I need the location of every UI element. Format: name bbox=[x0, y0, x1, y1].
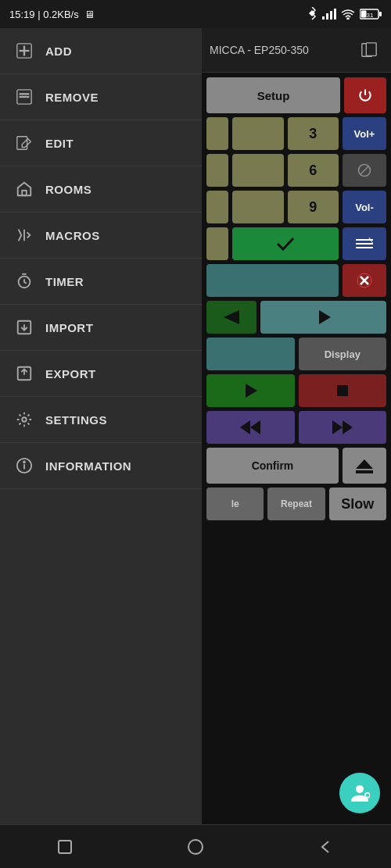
list-icon bbox=[356, 238, 373, 250]
status-bar: 15:19 | 0.2KB/s 🖥 31 bbox=[0, 0, 391, 28]
status-data: 0.2KB/s bbox=[43, 9, 79, 20]
stop-button[interactable] bbox=[299, 374, 387, 407]
circle-icon bbox=[186, 838, 205, 856]
svg-marker-45 bbox=[356, 459, 373, 469]
remote-buttons-container: Setup 3 Vol+ 6 bbox=[202, 73, 391, 525]
disable-button[interactable] bbox=[343, 154, 386, 187]
sidebar-item-settings[interactable]: SETTINGS bbox=[0, 397, 202, 443]
num3-button[interactable]: 3 bbox=[288, 117, 339, 150]
sidebar-item-remove[interactable]: REMOVE bbox=[0, 74, 202, 120]
svg-marker-42 bbox=[250, 420, 260, 434]
num9-button[interactable]: 9 bbox=[288, 191, 339, 223]
ok-button[interactable] bbox=[232, 227, 339, 260]
num2-button[interactable] bbox=[232, 117, 284, 150]
edit-icon bbox=[16, 134, 33, 152]
eject-button[interactable] bbox=[343, 448, 386, 484]
vol-plus-button[interactable]: Vol+ bbox=[343, 117, 386, 150]
import-icon bbox=[16, 319, 33, 336]
back-button[interactable] bbox=[206, 301, 256, 334]
back-nav-icon bbox=[317, 838, 335, 855]
play-green-button[interactable] bbox=[206, 374, 295, 407]
play-teal-button[interactable] bbox=[260, 301, 386, 334]
svg-rect-51 bbox=[59, 841, 71, 853]
num1-button[interactable] bbox=[206, 117, 228, 150]
fast-forward-icon bbox=[332, 420, 353, 434]
sidebar-item-edit[interactable]: EDIT bbox=[0, 120, 202, 166]
status-icons: 31 bbox=[307, 7, 382, 21]
plus-icon bbox=[16, 42, 33, 59]
home-icon bbox=[16, 180, 33, 198]
eject-icon bbox=[356, 458, 373, 473]
teal-nav-button[interactable] bbox=[206, 264, 339, 297]
num6-button[interactable]: 6 bbox=[288, 154, 339, 187]
num5-button[interactable] bbox=[232, 154, 284, 187]
sidebar-item-add[interactable]: ADD bbox=[0, 28, 202, 74]
row-confirm: Confirm bbox=[206, 448, 386, 484]
row-display: Display bbox=[206, 338, 386, 370]
svg-rect-40 bbox=[337, 385, 348, 396]
sidebar-label-add: ADD bbox=[45, 45, 72, 58]
remote-title: MICCA - EP250-350 bbox=[210, 44, 309, 56]
svg-text:+: + bbox=[366, 795, 369, 799]
row-check bbox=[206, 227, 386, 260]
repeat-button[interactable]: Repeat bbox=[267, 488, 325, 520]
subtitle-button[interactable]: le bbox=[206, 488, 264, 520]
square-icon bbox=[56, 838, 74, 855]
screen-icon: 🖥 bbox=[84, 9, 95, 20]
power-button[interactable] bbox=[344, 77, 386, 113]
nav-square-button[interactable] bbox=[50, 832, 80, 862]
svg-point-4 bbox=[347, 18, 349, 20]
fab-button[interactable]: + bbox=[339, 773, 380, 813]
sidebar-item-macros[interactable]: MACROS bbox=[0, 213, 202, 259]
bluetooth-icon bbox=[307, 7, 317, 21]
slow-button[interactable]: Slow bbox=[329, 488, 386, 520]
export-icon bbox=[16, 365, 33, 382]
svg-point-52 bbox=[188, 840, 203, 854]
play-icon bbox=[317, 310, 331, 324]
rewind-button[interactable] bbox=[206, 411, 295, 444]
rewind-icon bbox=[240, 420, 260, 434]
confirm-button[interactable]: Confirm bbox=[206, 448, 339, 484]
num0-button[interactable] bbox=[206, 227, 228, 260]
num4-button[interactable] bbox=[206, 154, 228, 187]
sidebar-label-settings: SETTINGS bbox=[45, 413, 107, 427]
svg-rect-46 bbox=[356, 470, 373, 473]
svg-rect-7 bbox=[361, 11, 367, 18]
display-button[interactable]: Display bbox=[299, 338, 387, 370]
svg-line-29 bbox=[361, 166, 368, 174]
sidebar-label-information: INFORMATION bbox=[45, 459, 131, 473]
sidebar-item-timer[interactable]: TIMER bbox=[0, 259, 202, 305]
close-button[interactable] bbox=[343, 264, 386, 297]
row-rewind-ff bbox=[206, 411, 386, 444]
sidebar-item-export[interactable]: EXPORT bbox=[0, 351, 202, 397]
status-time: 15:19 bbox=[9, 9, 35, 20]
sidebar-item-information[interactable]: INFORMATION bbox=[0, 443, 202, 489]
svg-point-22 bbox=[22, 417, 27, 422]
row-play-stop bbox=[206, 374, 386, 407]
sidebar-item-import[interactable]: IMPORT bbox=[0, 305, 202, 351]
vol-minus-button[interactable]: Vol- bbox=[343, 191, 386, 223]
sidebar-label-remove: REMOVE bbox=[45, 91, 99, 104]
check-icon bbox=[276, 237, 295, 251]
sidebar-item-rooms[interactable]: ROOMS bbox=[0, 166, 202, 213]
wifi-icon bbox=[341, 9, 355, 20]
svg-text:31: 31 bbox=[367, 12, 374, 19]
svg-rect-1 bbox=[326, 13, 328, 20]
status-time-speed: 15:19 | 0.2KB/s 🖥 bbox=[9, 9, 95, 20]
fast-forward-button[interactable] bbox=[299, 411, 387, 444]
source-button[interactable] bbox=[206, 338, 295, 370]
remote-panel: MICCA - EP250-350 Setup bbox=[202, 28, 391, 824]
nav-back-button[interactable] bbox=[311, 832, 341, 862]
num7-button[interactable] bbox=[206, 191, 228, 223]
setup-button[interactable]: Setup bbox=[206, 77, 340, 113]
nav-home-button[interactable] bbox=[180, 831, 211, 863]
sidebar-label-rooms: ROOMS bbox=[45, 183, 91, 196]
row-setup: Setup bbox=[206, 77, 386, 113]
svg-rect-6 bbox=[379, 12, 382, 16]
remote-menu-button[interactable] bbox=[355, 36, 383, 64]
num8-button[interactable] bbox=[232, 191, 284, 223]
power-icon bbox=[357, 88, 373, 103]
row-back-play bbox=[206, 301, 386, 334]
menu-button[interactable] bbox=[343, 227, 386, 260]
row-7-8-9: 9 Vol- bbox=[206, 191, 386, 223]
